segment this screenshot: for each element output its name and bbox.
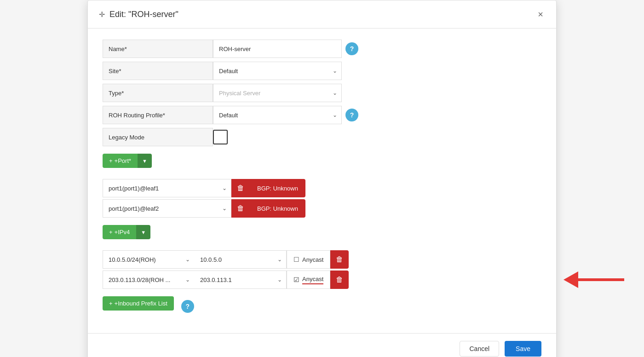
site-row: Site* Default ⌄ bbox=[103, 62, 541, 80]
ipv4-2-ip-select[interactable]: 203.0.113.1 bbox=[195, 271, 287, 289]
ipv4-2-anycast-button[interactable]: ☑ Anycast bbox=[287, 271, 330, 289]
add-ipv4-dropdown[interactable]: ▼ bbox=[136, 225, 150, 239]
drag-icon: ✛ bbox=[99, 10, 105, 19]
roh-select[interactable]: Default bbox=[213, 106, 342, 124]
roh-help-button[interactable]: ? bbox=[345, 109, 358, 121]
type-row: Type* Physical Server ⌄ bbox=[103, 84, 541, 102]
port1-delete-button[interactable]: 🗑 bbox=[231, 179, 250, 197]
add-inbound-label: +Inbound Prefix List bbox=[115, 300, 167, 307]
roh-label: ROH Routing Profile* bbox=[103, 106, 213, 124]
add-port-button[interactable]: + +Port* bbox=[103, 154, 138, 168]
ipv4-row-1: 10.0.5.0/24(ROH) ⌄ 10.0.5.0 ⌄ ☐ Anycast … bbox=[103, 250, 541, 269]
name-label: Name* bbox=[103, 40, 213, 58]
roh-select-wrapper: Default ⌄ bbox=[213, 106, 342, 124]
port1-select[interactable]: port1(port1)@leaf1 bbox=[103, 179, 231, 197]
port2-delete-button[interactable]: 🗑 bbox=[231, 199, 250, 218]
arrow-indicator bbox=[564, 271, 624, 288]
site-select-wrapper: Default ⌄ bbox=[213, 62, 342, 80]
name-row: Name* ? bbox=[103, 40, 541, 58]
ipv4-1-subnet-wrapper: 10.0.5.0/24(ROH) ⌄ bbox=[103, 250, 195, 269]
add-port-label: +Port* bbox=[115, 157, 132, 164]
port2-trash-icon: 🗑 bbox=[237, 204, 244, 213]
ipv4-row-2: 203.0.113.0/28(ROH ... ⌄ 203.0.113.1 ⌄ ☑… bbox=[103, 271, 541, 289]
ipv4-1-trash-icon: 🗑 bbox=[336, 255, 343, 264]
site-label: Site* bbox=[103, 62, 213, 80]
add-port-group: + +Port* ▼ bbox=[103, 154, 152, 168]
port-row-1: port1(port1)@leaf1 ⌄ 🗑 BGP: Unknown bbox=[103, 179, 541, 197]
type-select-wrapper: Physical Server ⌄ bbox=[213, 84, 342, 102]
legacy-mode-label: Legacy Mode bbox=[103, 128, 213, 146]
anycast-1-label: Anycast bbox=[302, 256, 323, 263]
ipv4-2-trash-icon: 🗑 bbox=[336, 276, 343, 284]
modal-body: Name* ? Site* Default ⌄ Type* Physical S… bbox=[88, 29, 556, 327]
save-button[interactable]: Save bbox=[505, 341, 541, 357]
add-inbound-group: + +Inbound Prefix List bbox=[103, 296, 174, 311]
roh-row: ROH Routing Profile* Default ⌄ ? bbox=[103, 106, 541, 124]
port2-select[interactable]: port1(port1)@leaf2 bbox=[103, 199, 231, 218]
modal-header: ✛ Edit: "ROH-server" × bbox=[88, 0, 556, 29]
add-ipv4-group: + +IPv4 ▼ bbox=[103, 225, 150, 239]
modal-dialog: ✛ Edit: "ROH-server" × Name* ? Site* Def… bbox=[87, 0, 557, 357]
port2-select-wrapper: port1(port1)@leaf2 ⌄ bbox=[103, 199, 231, 218]
ipv4-2-ip-wrapper: 203.0.113.1 ⌄ bbox=[195, 271, 287, 289]
site-select[interactable]: Default bbox=[213, 62, 342, 80]
anycast-1-checkbox-icon: ☐ bbox=[293, 256, 299, 263]
add-inbound-button[interactable]: + +Inbound Prefix List bbox=[103, 296, 174, 311]
modal-footer: Cancel Save bbox=[88, 333, 556, 357]
ipv4-section: + +IPv4 ▼ bbox=[103, 225, 541, 245]
ipv4-1-anycast-button[interactable]: ☐ Anycast bbox=[287, 250, 330, 269]
anycast-2-label: Anycast bbox=[302, 276, 323, 284]
port2-bgp-badge: BGP: Unknown bbox=[250, 199, 305, 218]
port1-trash-icon: 🗑 bbox=[237, 184, 244, 192]
plus-icon: + bbox=[109, 157, 113, 164]
ipv4-2-subnet-wrapper: 203.0.113.0/28(ROH ... ⌄ bbox=[103, 271, 195, 289]
ipv4-1-delete-button[interactable]: 🗑 bbox=[330, 250, 349, 269]
port-row-2: port1(port1)@leaf2 ⌄ 🗑 BGP: Unknown bbox=[103, 199, 541, 218]
type-select[interactable]: Physical Server bbox=[213, 84, 342, 102]
plus-icon-ipv4: + bbox=[109, 229, 113, 236]
type-label: Type* bbox=[103, 84, 213, 102]
ipv4-1-subnet-select[interactable]: 10.0.5.0/24(ROH) bbox=[103, 250, 195, 269]
inbound-help-button[interactable]: ? bbox=[181, 300, 194, 313]
legacy-mode-row: Legacy Mode bbox=[103, 128, 541, 146]
legacy-mode-checkbox[interactable] bbox=[213, 130, 228, 144]
plus-icon-inbound: + bbox=[109, 300, 113, 307]
modal-title: Edit: "ROH-server" bbox=[109, 10, 178, 19]
inbound-section: + +Inbound Prefix List ? bbox=[103, 296, 541, 316]
port1-bgp-badge: BGP: Unknown bbox=[250, 179, 305, 197]
ipv4-2-delete-button[interactable]: 🗑 bbox=[330, 271, 349, 289]
add-port-dropdown[interactable]: ▼ bbox=[138, 154, 152, 168]
modal-title-group: ✛ Edit: "ROH-server" bbox=[99, 10, 178, 19]
ipv4-2-subnet-select[interactable]: 203.0.113.0/28(ROH ... bbox=[103, 271, 195, 289]
name-help-button[interactable]: ? bbox=[345, 42, 358, 55]
port1-select-wrapper: port1(port1)@leaf1 ⌄ bbox=[103, 179, 231, 197]
arrow-head-icon bbox=[564, 271, 578, 288]
add-ipv4-label: +IPv4 bbox=[115, 229, 130, 236]
close-button[interactable]: × bbox=[536, 8, 545, 21]
add-ipv4-button[interactable]: + +IPv4 bbox=[103, 225, 136, 239]
ipv4-1-ip-wrapper: 10.0.5.0 ⌄ bbox=[195, 250, 287, 269]
anycast-2-checkbox-icon: ☑ bbox=[293, 276, 299, 283]
ipv4-1-ip-select[interactable]: 10.0.5.0 bbox=[195, 250, 287, 269]
name-input[interactable] bbox=[213, 40, 342, 58]
arrow-line bbox=[578, 278, 624, 281]
port-section: + +Port* ▼ bbox=[103, 154, 541, 173]
cancel-button[interactable]: Cancel bbox=[460, 341, 499, 357]
